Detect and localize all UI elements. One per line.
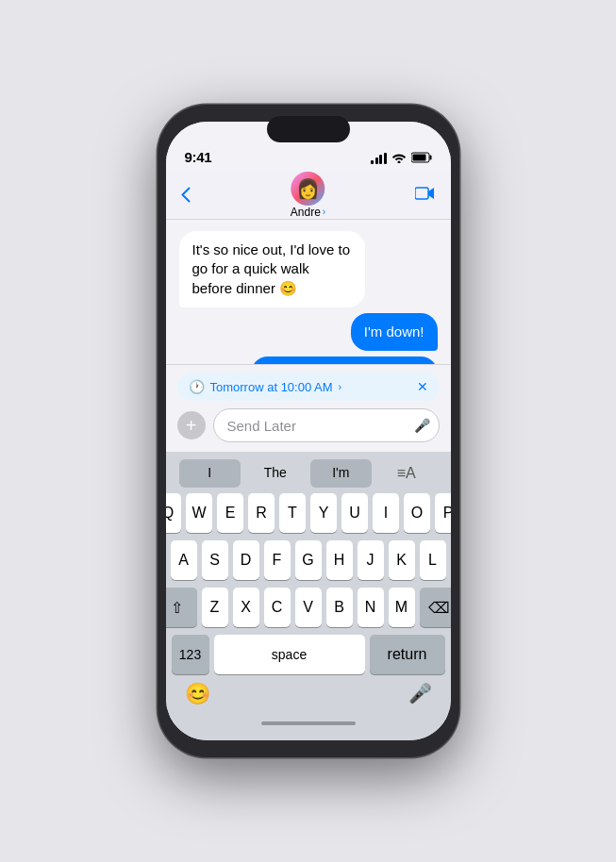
emoji-key[interactable]: 😊: [185, 682, 210, 706]
suggestion-center[interactable]: The: [244, 459, 307, 488]
input-area: 🕐 Tomorrow at 10:00 AM › ✕ + Send Later …: [166, 364, 451, 452]
bubble-sent-2: Meet at your place in 30 🤗: [251, 356, 437, 364]
format-icon[interactable]: ≡A: [375, 459, 438, 488]
scheduled-close-button[interactable]: ✕: [417, 379, 428, 394]
suggestion-right[interactable]: I'm: [310, 459, 373, 488]
phone-frame: 9:41: [158, 105, 459, 757]
keyboard: I The I'm ≡A Q W E R T Y U I O P: [166, 452, 451, 740]
input-placeholder: Send Later: [227, 418, 296, 434]
key-g[interactable]: G: [295, 540, 322, 580]
keyboard-accessory-bar: 😊 🎤: [170, 674, 447, 710]
key-u[interactable]: U: [341, 493, 368, 533]
key-i[interactable]: I: [373, 493, 399, 533]
key-s[interactable]: S: [202, 540, 228, 580]
avatar: 👩: [291, 172, 325, 206]
message-sent-2: Meet at your place in 30 🤗 Delivered: [179, 356, 438, 364]
back-button[interactable]: [181, 187, 191, 203]
key-l[interactable]: L: [420, 540, 446, 580]
key-m[interactable]: M: [389, 588, 415, 627]
phone-screen: 9:41: [166, 122, 451, 740]
contact-name: Andre ›: [291, 206, 325, 219]
key-y[interactable]: Y: [310, 493, 337, 533]
input-row: + Send Later 🎤: [177, 408, 440, 442]
return-key[interactable]: return: [370, 635, 445, 674]
key-v[interactable]: V: [295, 588, 322, 627]
key-k[interactable]: K: [389, 540, 415, 580]
add-button[interactable]: +: [177, 411, 206, 439]
key-c[interactable]: C: [264, 588, 291, 627]
message-input-wrap: Send Later 🎤: [213, 408, 440, 442]
keyboard-bottom-row: 123 space return: [170, 635, 447, 674]
home-indicator: [170, 710, 447, 737]
dynamic-island: [267, 116, 350, 142]
signal-icon: [371, 153, 387, 164]
space-key[interactable]: space: [214, 635, 365, 674]
key-a[interactable]: A: [171, 540, 197, 580]
keyboard-row-2: A S D F G H J K L: [172, 540, 445, 580]
keyboard-suggestions: I The I'm ≡A: [170, 459, 447, 493]
keyboard-mic-icon[interactable]: 🎤: [408, 682, 432, 706]
shift-key[interactable]: ⇧: [166, 588, 197, 627]
keyboard-row-3: ⇧ Z X C V B N M ⌫: [172, 588, 445, 627]
messages-area: It's so nice out, I'd love to go for a q…: [166, 220, 451, 364]
suggestion-left[interactable]: I: [179, 459, 241, 488]
svg-rect-1: [429, 156, 431, 160]
key-r[interactable]: R: [248, 493, 275, 533]
bubble-received-1: It's so nice out, I'd love to go for a q…: [179, 231, 365, 307]
key-n[interactable]: N: [358, 588, 384, 627]
keyboard-row-1: Q W E R T Y U I O P: [172, 493, 445, 533]
clock-icon: 🕐: [189, 379, 205, 394]
scheduled-chevron: ›: [339, 381, 342, 392]
mic-icon[interactable]: 🎤: [414, 418, 430, 433]
numbers-key[interactable]: 123: [172, 635, 209, 674]
delete-key[interactable]: ⌫: [420, 588, 451, 627]
battery-icon: [411, 152, 432, 165]
key-f[interactable]: F: [264, 540, 291, 580]
home-bar: [261, 721, 356, 725]
key-q[interactable]: Q: [166, 493, 182, 533]
name-chevron: ›: [323, 207, 325, 217]
scheduled-time-row[interactable]: 🕐 Tomorrow at 10:00 AM › ✕: [177, 373, 440, 401]
key-h[interactable]: H: [326, 540, 353, 580]
key-b[interactable]: B: [326, 588, 353, 627]
key-e[interactable]: E: [217, 493, 243, 533]
key-j[interactable]: J: [358, 540, 384, 580]
key-x[interactable]: X: [233, 588, 259, 627]
svg-rect-2: [412, 155, 425, 161]
bubble-sent-1: I'm down!: [351, 313, 438, 351]
scheduled-time-text: Tomorrow at 10:00 AM: [210, 380, 333, 394]
status-time: 9:41: [185, 149, 212, 165]
key-d[interactable]: D: [233, 540, 259, 580]
key-p[interactable]: P: [435, 493, 451, 533]
key-o[interactable]: O: [404, 493, 430, 533]
status-icons: [371, 152, 432, 165]
svg-rect-3: [415, 188, 428, 199]
nav-bar: 👩 Andre ›: [166, 171, 451, 220]
key-t[interactable]: T: [279, 493, 306, 533]
key-w[interactable]: W: [186, 493, 212, 533]
wifi-icon: [391, 152, 407, 165]
contact-info[interactable]: 👩 Andre ›: [291, 172, 325, 219]
message-sent-1: I'm down!: [179, 313, 438, 351]
key-z[interactable]: Z: [202, 588, 228, 627]
message-input[interactable]: Send Later: [213, 408, 440, 442]
message-received-1: It's so nice out, I'd love to go for a q…: [179, 231, 438, 307]
video-call-button[interactable]: [415, 184, 436, 206]
keyboard-rows: Q W E R T Y U I O P A S D F G H: [170, 493, 447, 627]
